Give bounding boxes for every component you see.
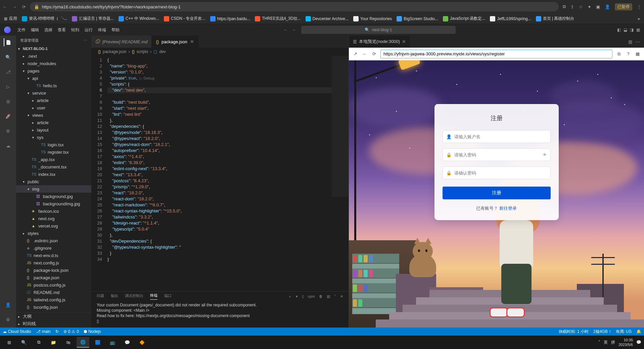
term-tab-端口[interactable]: 端口 [164,293,172,300]
status-rest[interactable]: 休眠时间: 1 小时 [559,329,589,335]
open-external-icon[interactable]: ↗ [352,51,358,56]
menu-选择[interactable]: 选择 [42,26,55,34]
bookmark-item[interactable]: JeffLi1993/spring... [490,16,531,21]
status-cpu[interactable]: 2核4GB ↑ [593,329,611,335]
goto-login-link[interactable]: 前往登录 [499,206,517,211]
tree-.eslintrc.json[interactable]: {}.eslintrc.json [16,237,91,244]
tree-package.json[interactable]: {}package.json [16,274,91,281]
status-problems[interactable]: ⊘ 0 ⚠ 0 [63,329,79,334]
menu-转到[interactable]: 转到 [68,26,82,34]
status-sync[interactable]: ↻ [55,329,59,334]
reload-icon[interactable]: ⟳ [22,4,26,9]
explorer-more-icon[interactable]: ⋯ [84,38,87,43]
bookmark-item[interactable]: 资讯-哔哩哔哩（゜-... [22,16,67,21]
split-icon[interactable]: ▥ [628,39,632,44]
tree-node_modules[interactable]: ▸node_modules [16,60,91,67]
term-tab-输出[interactable]: 输出 [111,293,118,300]
menu-查看[interactable]: 查看 [55,26,68,34]
nav-fwd-icon[interactable]: → [292,28,296,32]
tree-postcss.config.js[interactable]: JSpostcss.config.js [16,281,91,289]
term-split-icon[interactable]: ▯ [302,294,304,299]
debug-codelens[interactable]: ▷ Debug [140,75,154,81]
clock[interactable]: 10:35 2023/5/6 [618,338,633,347]
eye-icon[interactable]: 👁 [543,152,547,157]
menu-编辑[interactable]: 编辑 [28,26,42,34]
search-icon[interactable]: 🔍 [4,53,12,61]
vscode-task-icon[interactable]: 🟦 [91,337,104,348]
password-input[interactable] [454,152,540,157]
preview-tab[interactable]: ☰ 本地预览(node:3000) ✕ [349,36,410,48]
taskview-icon[interactable]: ⧉ [32,337,45,348]
layout-bottom-icon[interactable]: ⬓ [624,28,627,32]
term-trash-icon[interactable]: 🗑 [319,294,323,298]
status-bell-icon[interactable]: 🔔 [636,329,641,334]
chrome-task-icon[interactable]: 🌐 [77,337,89,348]
wechat-task-icon[interactable]: 💬 [121,337,134,348]
bookmark-item[interactable]: C++ 中 Windows... [119,16,159,21]
term-up-icon[interactable]: ˄ [334,294,336,299]
breadcrumb[interactable]: {}package.json › {}scripts › ▢dev [91,48,349,56]
close-icon[interactable]: ✕ [402,39,406,44]
preview-qr-icon[interactable]: ▩ [635,51,641,56]
tree-sys[interactable]: ▾sys [16,134,91,141]
cloud-icon[interactable]: ☁ [4,142,12,150]
editor[interactable]: 1234567891011121314151617181920212223242… [91,56,349,291]
back-icon[interactable]: ← [3,4,7,9]
bookmark-item[interactable]: THREE实战4_3D纹... [255,16,301,21]
tree-pages[interactable]: ▾pages [16,67,91,74]
tree-backgroundImg.jpg[interactable]: 🖼backgroundImg.jpg [16,200,91,207]
bookmark-item[interactable]: https://pan.baidu... [210,16,250,21]
tree-favicon.ico[interactable]: ★favicon.ico [16,207,91,215]
term-tab-调试控制台[interactable]: 调试控制台 [125,293,143,300]
tab-package.json[interactable]: {}package.json✕ [152,36,198,48]
tree-README.md[interactable]: ⓘREADME.md [16,289,91,296]
profile-icon[interactable]: 👤 [605,4,610,9]
tree-tsconfig.json[interactable]: {}tsconfig.json [16,303,91,311]
tree-next.config.js[interactable]: JSnext.config.js [16,259,91,266]
layout-grid-icon[interactable]: ▦ [636,28,640,32]
account-icon[interactable]: 👤 [4,301,12,309]
bookmark-item[interactable]: CSDN - 专业开发... [164,16,205,21]
panel-icon[interactable]: ▣ [596,4,600,9]
ime-mode[interactable]: 拼 [611,340,615,345]
tree-views[interactable]: ▾views [16,111,91,119]
tab-[Preview] README.md[interactable]: ⓘ[Preview] README.md [91,36,152,48]
tree-hello.ts[interactable]: TShello.ts [16,82,91,89]
tree-article[interactable]: ▸article [16,97,91,104]
explorer-icon[interactable]: 📄 [4,38,12,46]
register-button[interactable]: 注册 [443,187,551,199]
tree-next.svg[interactable]: ▲next.svg [16,215,91,222]
term-tab-问题[interactable]: 问题 [97,293,104,300]
term-new-icon[interactable]: ＋ [288,294,292,299]
status-cloud[interactable]: ☁ Cloud Studio [3,329,31,334]
password-field[interactable]: 🔒 👁 [443,148,551,161]
tree-user[interactable]: ▸user [16,104,91,111]
username-field[interactable]: 👤 [443,130,551,143]
share-icon[interactable]: ⇪ [570,4,574,9]
tree-background.jpg[interactable]: 🖼background.jpg [16,193,91,200]
app-task-icon[interactable]: 🔶 [136,337,148,348]
nav-back-icon[interactable]: ← [284,28,288,32]
preview-help-icon[interactable]: ? [625,51,631,56]
bookmark-item[interactable]: BigScreen Studio... [397,16,438,21]
ime-lang[interactable]: 英 [604,340,608,345]
bookmark-item[interactable]: 首页 | 高德控制台 [536,16,574,21]
tray-up-icon[interactable]: ˄ [598,340,600,345]
term-cols-icon[interactable]: ▥ [327,294,330,299]
preview-url-input[interactable] [380,50,612,58]
scm-icon[interactable]: ⎇ [4,68,12,76]
tree-tailwind.config.js[interactable]: JStailwind.config.js [16,296,91,303]
project-root[interactable]: ▾NEXT-BLOG-1 [16,45,91,52]
address-bar[interactable]: 🔒 https://yma16.cloudstudio.net/tty/yfnj… [30,2,559,11]
menu-运行[interactable]: 运行 [82,26,95,34]
terminal-output[interactable]: Your custom Document (pages/_document) d… [91,301,349,328]
tree-article[interactable]: ▸article [16,119,91,126]
explorer-task-icon[interactable]: 📁 [47,337,60,348]
store-icon[interactable]: 🛍 [62,337,75,348]
plugin-icon[interactable]: ⚙ [4,127,12,135]
install-icon[interactable]: ⧉ [563,4,566,9]
preview-back-icon[interactable]: ← [362,51,368,56]
tree-img[interactable]: ▾img [16,185,91,193]
command-center[interactable]: 🔍 next-blog-1 [301,26,456,34]
tree-.next[interactable]: ▸.next [16,52,91,60]
